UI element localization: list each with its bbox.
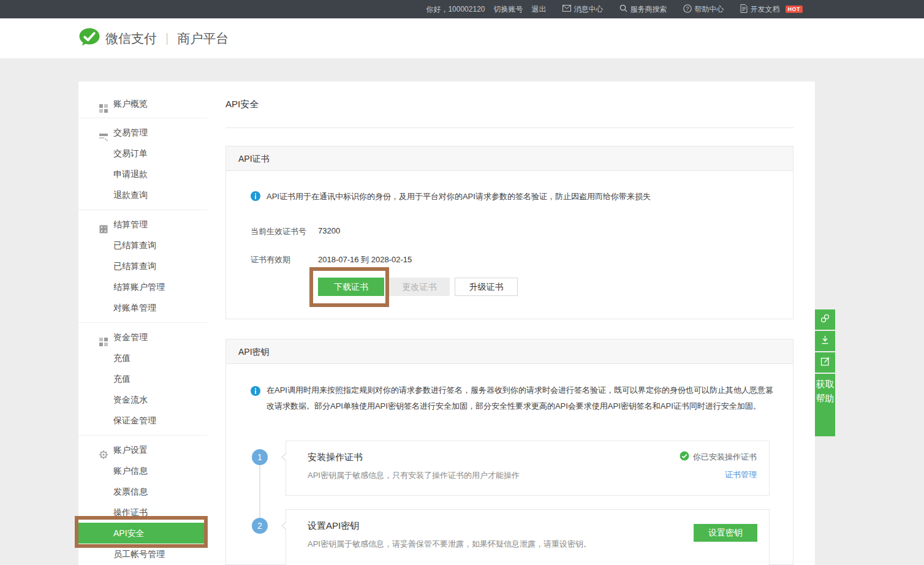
sidebar-item-label: 结算账户管理 xyxy=(113,282,165,292)
sidebar-item-label: 操作证书 xyxy=(113,507,148,517)
sidebar-item-label: 发票信息 xyxy=(113,487,148,496)
sidebar-item-label: 保证金管理 xyxy=(113,415,156,425)
title-divider xyxy=(225,127,793,128)
hot-badge: HOT xyxy=(786,6,803,13)
brand-platform: 商户平台 xyxy=(177,30,229,47)
sidebar-item-label: 申请退款 xyxy=(113,169,148,179)
sidebar-item-trade-orders[interactable]: 交易订单 xyxy=(78,143,207,164)
api-key-info-text: 在API调用时用来按照指定规则对你的请求参数进行签名，服务器收到你的请求时会进行… xyxy=(267,382,778,414)
sp-search-link[interactable]: 服务商搜索 xyxy=(619,4,667,15)
sidebar-item-apply-refund[interactable]: 申请退款 xyxy=(78,164,207,184)
topbar-greeting: 你好，100002120 xyxy=(426,4,485,15)
sidebar-item-refund-query[interactable]: 退款查询 xyxy=(78,184,207,205)
feedback-button[interactable] xyxy=(815,352,835,373)
sidebar-item-label: 已结算查询 xyxy=(113,240,156,250)
sidebar-group-settings: 账户设置 账户信息 发票信息 操作证书 API安全 员工帐号管理 xyxy=(78,436,207,565)
info-icon xyxy=(251,385,260,401)
sidebar-item-settlement-mgmt[interactable]: 结算管理 xyxy=(78,214,207,235)
step-2-badge: 2 xyxy=(252,518,268,534)
api-key-info: 在API调用时用来按照指定规则对你的请求参数进行签名，服务器收到你的请求时会进行… xyxy=(251,382,778,414)
dev-docs-label: 开发文档 xyxy=(751,4,780,15)
get-help-button[interactable]: 获取帮助 xyxy=(815,374,835,436)
api-key-section: API密钥 在API调用时用来按照指定规则对你的请求参数进行签名，服务器收到你的… xyxy=(225,339,793,565)
sidebar-item-label: 充值 xyxy=(113,374,131,384)
cert-number-row: 当前生效证书号 73200 xyxy=(251,226,557,237)
sidebar-item-invoice-info[interactable]: 发票信息 xyxy=(78,481,207,502)
step-1-status: 你已安装操作证书 xyxy=(680,451,757,463)
api-cert-section-title: API证书 xyxy=(226,146,793,171)
page-title: API安全 xyxy=(225,99,259,110)
sidebar-item-label: 已结算查询 xyxy=(113,261,156,271)
link-icon xyxy=(819,313,831,327)
sidebar-item-funds-mgmt[interactable]: 资金管理 xyxy=(78,327,207,347)
download-icon xyxy=(819,334,831,348)
dev-docs-link[interactable]: 开发文档 HOT xyxy=(740,4,803,15)
sidebar-item-label: 资金管理 xyxy=(113,332,148,342)
main-panel: API安全 API证书 API证书用于在通讯中标识你的身份，及用于平台对你的AP… xyxy=(207,82,815,565)
sidebar-item-label: 账户信息 xyxy=(113,466,148,476)
help-center-link[interactable]: ? 帮助中心 xyxy=(683,4,724,15)
sidebar-item-label: 交易订单 xyxy=(113,148,148,158)
info-icon xyxy=(251,191,260,203)
cert-validity-label: 证书有效期 xyxy=(251,255,290,264)
upgrade-cert-button[interactable]: 升级证书 xyxy=(455,278,518,296)
step-connector xyxy=(259,465,260,518)
sidebar-item-label: 资金流水 xyxy=(113,395,148,404)
sidebar-item-api-security[interactable]: API安全 xyxy=(78,523,207,544)
sidebar-item-settled-query-1[interactable]: 已结算查询 xyxy=(78,235,207,256)
message-center-label: 消息中心 xyxy=(574,4,604,15)
sidebar-item-recharge-1[interactable]: 充值 xyxy=(78,347,207,368)
step-1-desc: API密钥属于敏感信息，只有安装了操作证书的用户才能操作 xyxy=(308,470,520,481)
sidebar-item-transaction-mgmt[interactable]: 交易管理 xyxy=(78,122,207,143)
sidebar-item-label: 交易管理 xyxy=(113,127,148,137)
sidebar-item-label: 退款查询 xyxy=(113,190,148,200)
set-key-button[interactable]: 设置密钥 xyxy=(694,524,757,542)
step-set-key-card: 设置API密钥 API密钥属于敏感信息，请妥善保管不要泄露，如果怀疑信息泄露，请… xyxy=(286,509,770,565)
step-notch xyxy=(281,453,286,461)
mail-icon xyxy=(562,5,571,13)
grid-icon xyxy=(99,333,108,341)
brand-logo[interactable]: 微信支付 | 商户平台 xyxy=(78,28,229,49)
sidebar-item-recharge-2[interactable]: 充值 xyxy=(78,368,207,389)
cert-buttons: 下载证书 更改证书 升级证书 xyxy=(318,278,518,296)
change-cert-button: 更改证书 xyxy=(389,278,450,296)
download-button[interactable] xyxy=(815,331,835,351)
cert-manage-link[interactable]: 证书管理 xyxy=(725,469,757,480)
calculator-icon xyxy=(99,220,108,229)
step-1-badge: 1 xyxy=(252,449,268,465)
sidebar-item-account-settings[interactable]: 账户设置 xyxy=(78,439,207,460)
sidebar-item-label: 账户概览 xyxy=(113,99,148,108)
sidebar-group-transaction: 交易管理 交易订单 申请退款 退款查询 xyxy=(78,118,207,210)
search-icon xyxy=(619,4,627,14)
sidebar-item-label: 账户设置 xyxy=(113,445,148,455)
download-cert-button[interactable]: 下载证书 xyxy=(318,278,384,296)
sidebar-item-statement-mgmt[interactable]: 对账单管理 xyxy=(78,297,207,318)
content-wrapper: 账户概览 交易管理 交易订单 申请退款 退款查询 结算管理 已结算查询 已结算查… xyxy=(78,82,815,565)
help-icon: ? xyxy=(683,4,692,15)
link-button[interactable] xyxy=(815,309,835,330)
header: 微信支付 | 商户平台 xyxy=(0,18,924,58)
brand-divider: | xyxy=(165,31,169,45)
gear-icon xyxy=(99,446,108,454)
sidebar-item-operation-cert[interactable]: 操作证书 xyxy=(78,502,207,523)
topbar: 你好，100002120 切换账号 退出 消息中心 服务商搜索 ? 帮助中心 开… xyxy=(0,0,924,18)
sidebar-item-account-info[interactable]: 账户信息 xyxy=(78,460,207,481)
sidebar-item-settlement-account[interactable]: 结算账户管理 xyxy=(78,276,207,297)
sidebar-item-staff-account-mgmt[interactable]: 员工帐号管理 xyxy=(78,544,207,564)
sidebar: 账户概览 交易管理 交易订单 申请退款 退款查询 结算管理 已结算查询 已结算查… xyxy=(78,82,207,565)
logout-link[interactable]: 退出 xyxy=(532,4,547,15)
step-install-cert-card: 安装操作证书 API密钥属于敏感信息，只有安装了操作证书的用户才能操作 你已安装… xyxy=(286,441,770,496)
step-1-title: 安装操作证书 xyxy=(308,452,363,463)
switch-account-link[interactable]: 切换账号 xyxy=(494,4,523,15)
float-toolbar: 获取帮助 xyxy=(815,309,835,436)
step-1-status-text: 你已安装操作证书 xyxy=(693,452,757,463)
message-center-link[interactable]: 消息中心 xyxy=(562,4,604,15)
sidebar-item-label: 结算管理 xyxy=(113,219,148,229)
cert-number-label: 当前生效证书号 xyxy=(251,227,306,236)
api-cert-info: API证书用于在通讯中标识你的身份，及用于平台对你的API请求参数的签名验证，防… xyxy=(251,191,716,203)
sidebar-item-deposit-mgmt[interactable]: 保证金管理 xyxy=(78,410,207,431)
sidebar-item-account-overview[interactable]: 账户概览 xyxy=(78,93,207,114)
sidebar-item-settled-query-2[interactable]: 已结算查询 xyxy=(78,256,207,276)
sidebar-group-settlement: 结算管理 已结算查询 已结算查询 结算账户管理 对账单管理 xyxy=(78,210,207,323)
sidebar-item-fund-flow[interactable]: 资金流水 xyxy=(78,389,207,410)
